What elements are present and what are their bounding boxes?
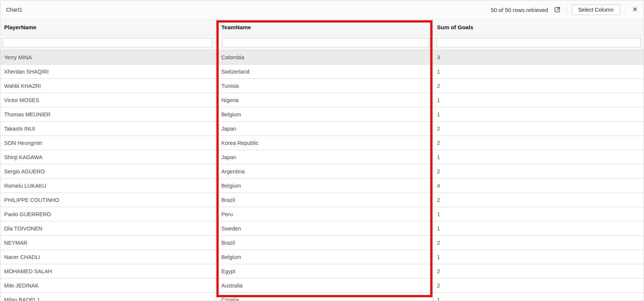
table-row[interactable]: SON HeungminKorea Republic2 (0, 136, 644, 150)
table-cell-player: Victor MOSES (0, 93, 216, 107)
table-cell-team: Brazil (216, 193, 433, 207)
table-cell-player: NEYMAR (0, 236, 216, 250)
table-cell-player: PHILIPPE COUTINHO (0, 193, 216, 207)
table-cell-player: SON Heungmin (0, 136, 216, 150)
table-cell-team: Sweden (216, 221, 433, 235)
table-row[interactable]: Shinji KAGAWAJapan1 (0, 150, 644, 164)
column-header-teamname[interactable]: TeamName (216, 20, 433, 35)
widget-title: Chart1 (0, 7, 23, 13)
table-cell-player: Shinji KAGAWA (0, 150, 216, 164)
table-cell-player: Milan BADELJ (0, 293, 216, 301)
table-cell-goals: 1 (433, 65, 644, 78)
table-cell-goals: 2 (433, 136, 644, 150)
table-cell-team: Korea Republic (216, 136, 433, 150)
table-row[interactable]: Wahbi KHAZRITunisia2 (0, 79, 644, 93)
table-cell-team: Argentina (216, 164, 433, 178)
table-cell-goals: 1 (433, 221, 644, 235)
table-cell-team: Switzerland (216, 65, 433, 78)
topbar-divider (566, 6, 567, 14)
close-icon[interactable]: ✕ (630, 5, 639, 14)
table-cell-player: Xherdan SHAQIRI (0, 65, 216, 78)
table-filter-row (0, 35, 644, 50)
table-body: Yerry MINAColombia3Xherdan SHAQIRISwitze… (0, 50, 644, 301)
table-cell-team: Tunisia (216, 79, 433, 93)
column-header-playername[interactable]: PlayerName (0, 20, 216, 35)
table-cell-player: Wahbi KHAZRI (0, 79, 216, 93)
data-table-widget: Chart1 50 of 50 rows retrieved Select Co… (0, 0, 644, 301)
table-cell-goals: 1 (433, 293, 644, 301)
table-cell-goals: 1 (433, 250, 644, 264)
table-cell-goals: 1 (433, 93, 644, 107)
table-row[interactable]: Takashi INUIJapan2 (0, 122, 644, 136)
column-header-sum-of-goals[interactable]: Sum of Goals (433, 20, 644, 35)
table-row[interactable]: Sergio AGUEROArgentina2 (0, 164, 644, 179)
table-cell-team: Nigeria (216, 93, 433, 107)
table-cell-team: Japan (216, 150, 433, 164)
table-cell-goals: 2 (433, 236, 644, 250)
table-row[interactable]: Nacer CHADLIBelgium1 (0, 250, 644, 264)
table-cell-goals: 1 (433, 207, 644, 221)
topbar-divider (625, 6, 626, 14)
topbar-controls: 50 of 50 rows retrieved Select Column ✕ (491, 5, 644, 15)
table-cell-goals: 2 (433, 264, 644, 278)
select-column-button[interactable]: Select Column (571, 5, 620, 15)
table-cell-player: Mile JEDINAK (0, 278, 216, 292)
table-cell-player: MOHAMED SALAH (0, 264, 216, 278)
table-cell-goals: 2 (433, 122, 644, 135)
table-row[interactable]: Ola TOIVONENSweden1 (0, 221, 644, 236)
teamname-filter-input[interactable] (222, 38, 429, 47)
table-cell-goals: 1 (433, 150, 644, 164)
table-row[interactable]: Mile JEDINAKAustralia2 (0, 278, 644, 293)
table-row[interactable]: Paolo GUERREROPeru1 (0, 207, 644, 221)
table-cell-team: Belgium (216, 250, 433, 264)
table-cell-player: Takashi INUI (0, 122, 216, 135)
table-cell-goals: 4 (433, 179, 644, 193)
table-row[interactable]: NEYMARBrazil2 (0, 236, 644, 250)
table-cell-team: Australia (216, 278, 433, 292)
table-cell-player: Ola TOIVONEN (0, 221, 216, 235)
table-row[interactable]: Yerry MINAColombia3 (0, 50, 644, 65)
table-cell-player: Sergio AGUERO (0, 164, 216, 178)
table-cell-goals: 2 (433, 79, 644, 93)
table-cell-player: Paolo GUERRERO (0, 207, 216, 221)
table-cell-team: Brazil (216, 236, 433, 250)
table-row[interactable]: PHILIPPE COUTINHOBrazil2 (0, 193, 644, 207)
table-cell-goals: 2 (433, 193, 644, 207)
export-share-icon (553, 6, 561, 14)
table-cell-player: Romelu LUKAKU (0, 179, 216, 193)
table-cell-team: Japan (216, 122, 433, 135)
table-cell-team: Peru (216, 207, 433, 221)
table-cell-goals: 3 (433, 50, 644, 64)
table-cell-team: Egypt (216, 264, 433, 278)
table-header-row: PlayerName TeamName Sum of Goals (0, 20, 644, 35)
filter-cell (0, 35, 216, 50)
topbar: Chart1 50 of 50 rows retrieved Select Co… (0, 0, 644, 20)
table-row[interactable]: Romelu LUKAKUBelgium4 (0, 179, 644, 193)
filter-cell (433, 35, 644, 50)
table-cell-player: Yerry MINA (0, 50, 216, 64)
table-cell-team: Belgium (216, 179, 433, 193)
filter-cell (216, 35, 433, 50)
table-row[interactable]: Milan BADELJCroatia1 (0, 293, 644, 301)
table-cell-player: Nacer CHADLI (0, 250, 216, 264)
table-cell-goals: 2 (433, 278, 644, 292)
rows-retrieved-status: 50 of 50 rows retrieved (491, 7, 548, 13)
table-row[interactable]: MOHAMED SALAHEgypt2 (0, 264, 644, 278)
table-row[interactable]: Xherdan SHAQIRISwitzerland1 (0, 65, 644, 79)
sum-of-goals-filter-input[interactable] (436, 38, 641, 47)
table-cell-team: Belgium (216, 107, 433, 121)
export-share-icon[interactable] (553, 6, 561, 14)
table-cell-team: Colombia (216, 50, 433, 64)
table-row[interactable]: Victor MOSESNigeria1 (0, 93, 644, 107)
table-row[interactable]: Thomas MEUNIERBelgium1 (0, 107, 644, 122)
table-cell-team: Croatia (216, 293, 433, 301)
table-cell-goals: 1 (433, 107, 644, 121)
table-cell-goals: 2 (433, 164, 644, 178)
table-cell-player: Thomas MEUNIER (0, 107, 216, 121)
playername-filter-input[interactable] (3, 38, 212, 47)
